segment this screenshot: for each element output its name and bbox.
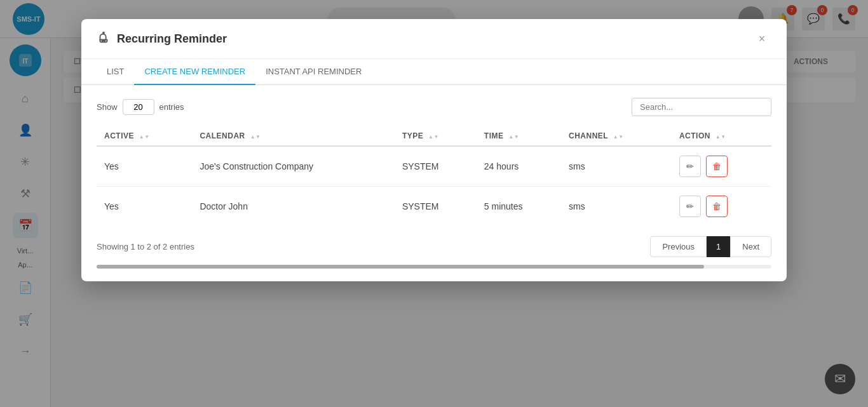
col-header-calendar: CALENDAR ▲▼ bbox=[192, 126, 394, 146]
modal-close-button[interactable]: × bbox=[752, 29, 771, 48]
search-input[interactable] bbox=[632, 98, 771, 116]
entries-select[interactable]: 20 bbox=[123, 99, 154, 115]
table-row: Yes Doctor John SYSTEM 5 minutes sms ✏ 🗑 bbox=[97, 187, 771, 227]
row1-delete-button[interactable]: 🗑 bbox=[706, 156, 728, 177]
tab-instant-api-reminder[interactable]: INSTANT API REMINDER bbox=[255, 59, 372, 85]
row2-edit-button[interactable]: ✏ bbox=[679, 196, 701, 217]
modal-header: Recurring Reminder × bbox=[81, 19, 787, 59]
sort-icon-type[interactable]: ▲▼ bbox=[428, 134, 439, 140]
previous-button[interactable]: Previous bbox=[650, 236, 707, 257]
sort-icon-calendar[interactable]: ▲▼ bbox=[250, 134, 261, 140]
row1-edit-button[interactable]: ✏ bbox=[679, 156, 701, 177]
svg-point-2 bbox=[103, 32, 104, 33]
row2-channel: sms bbox=[561, 187, 672, 227]
recurring-reminder-modal: Recurring Reminder × LIST CREATE NEW REM… bbox=[81, 19, 787, 281]
entries-label: entries bbox=[159, 102, 184, 112]
row2-time: 5 minutes bbox=[477, 187, 561, 227]
row1-time: 24 hours bbox=[477, 146, 561, 187]
modal-tabs: LIST CREATE NEW REMINDER INSTANT API REM… bbox=[81, 59, 787, 85]
row2-actions: ✏ 🗑 bbox=[672, 187, 771, 227]
modal-header-left: Recurring Reminder bbox=[97, 30, 227, 48]
pagination-row: Showing 1 to 2 of 2 entries Previous 1 N… bbox=[97, 236, 771, 257]
modal-title: Recurring Reminder bbox=[117, 32, 227, 46]
next-button[interactable]: Next bbox=[730, 236, 771, 257]
tab-list[interactable]: LIST bbox=[97, 59, 134, 85]
scrollbar-container bbox=[97, 265, 771, 269]
showing-text: Showing 1 to 2 of 2 entries bbox=[97, 242, 194, 251]
sort-icon-action[interactable]: ▲▼ bbox=[715, 134, 726, 140]
sort-icon-channel[interactable]: ▲▼ bbox=[613, 134, 624, 140]
row2-calendar: Doctor John bbox=[192, 187, 394, 227]
reminder-icon bbox=[97, 30, 111, 48]
row2-active: Yes bbox=[97, 187, 192, 227]
row1-channel: sms bbox=[561, 146, 672, 187]
row1-type: SYSTEM bbox=[395, 146, 477, 187]
scrollbar-thumb[interactable] bbox=[97, 265, 704, 269]
col-header-action: ACTION ▲▼ bbox=[672, 126, 771, 146]
col-header-active: ACTIVE ▲▼ bbox=[97, 126, 192, 146]
row1-active: Yes bbox=[97, 146, 192, 187]
row2-delete-button[interactable]: 🗑 bbox=[706, 196, 728, 217]
pagination-controls: Previous 1 Next bbox=[650, 236, 771, 257]
show-entries-row: Show 20 entries bbox=[97, 98, 771, 116]
col-header-type: TYPE ▲▼ bbox=[395, 126, 477, 146]
col-header-time: TIME ▲▼ bbox=[477, 126, 561, 146]
row1-calendar: Joe's Construction Company bbox=[192, 146, 394, 187]
tab-create-new-reminder[interactable]: CREATE NEW REMINDER bbox=[134, 59, 255, 85]
row2-type: SYSTEM bbox=[395, 187, 477, 227]
reminder-table: ACTIVE ▲▼ CALENDAR ▲▼ TYPE ▲▼ TIME ▲▼ bbox=[97, 126, 771, 226]
page-1-button[interactable]: 1 bbox=[707, 236, 730, 257]
modal-body: Show 20 entries ACTIVE ▲▼ CALENDAR ▲▼ bbox=[81, 85, 787, 281]
table-row: Yes Joe's Construction Company SYSTEM 24… bbox=[97, 146, 771, 187]
sort-icon-time[interactable]: ▲▼ bbox=[508, 134, 519, 140]
row1-actions: ✏ 🗑 bbox=[672, 146, 771, 187]
show-label: Show bbox=[97, 102, 118, 112]
sort-icon-active[interactable]: ▲▼ bbox=[139, 134, 150, 140]
col-header-channel: CHANNEL ▲▼ bbox=[561, 126, 672, 146]
